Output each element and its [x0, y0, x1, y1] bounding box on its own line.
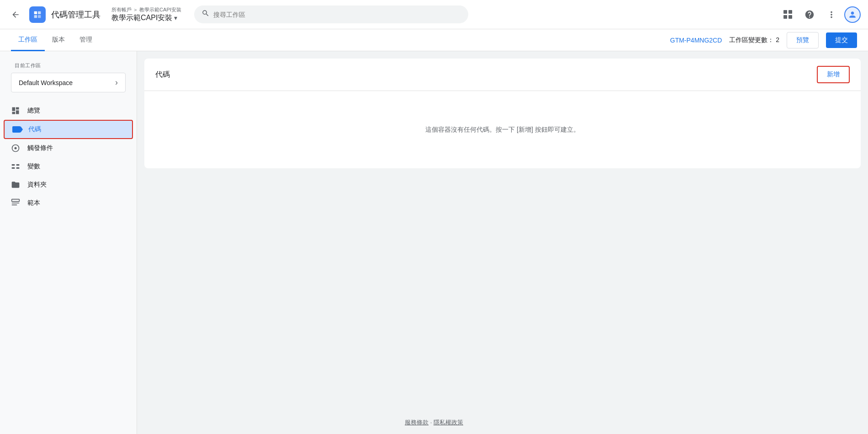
current-workspace-label: 目前工作區 [7, 62, 129, 73]
preview-button[interactable]: 預覽 [787, 32, 819, 48]
svg-rect-2 [34, 15, 37, 17]
tab-versions[interactable]: 版本 [45, 29, 72, 51]
workspace-changes: 工作區變更數： 2 [729, 36, 779, 44]
svg-rect-11 [12, 203, 20, 204]
breadcrumb-main-text: 教學示範CAPI安裝 [111, 13, 172, 23]
workspace-changes-label: 工作區變更數： [729, 36, 774, 43]
tab-admin[interactable]: 管理 [72, 29, 100, 51]
variables-icon [11, 162, 20, 171]
search-input[interactable] [213, 11, 461, 18]
terms-link[interactable]: 服務條款 [405, 419, 429, 426]
app-title: 代碼管理工具 [51, 9, 101, 20]
svg-rect-6 [12, 164, 15, 166]
search-bar [194, 5, 468, 23]
tab-admin-label: 管理 [79, 36, 92, 44]
tab-workspace[interactable]: 工作區 [11, 29, 45, 51]
content-section-title: 代碼 [155, 70, 170, 80]
svg-rect-1 [38, 11, 41, 14]
trigger-icon [11, 144, 20, 153]
tab-versions-label: 版本 [52, 36, 65, 44]
tag-icon [12, 126, 21, 133]
grid-menu-button[interactable] [778, 5, 797, 24]
overview-icon [11, 106, 20, 115]
sidebar-item-folders-label: 資料夾 [27, 181, 47, 189]
sidebar-item-templates[interactable]: 範本 [4, 194, 133, 212]
top-header: 代碼管理工具 所有帳戶 ＞ 教學示範CAPI安裝 教學示範CAPI安裝 ▾ [0, 0, 868, 29]
submit-button[interactable]: 提交 [826, 32, 857, 48]
more-menu-button[interactable] [822, 5, 841, 24]
app-logo [29, 6, 46, 23]
nav-right: GTM-P4MNG2CD 工作區變更數： 2 預覽 提交 [670, 32, 857, 48]
breadcrumb-dropdown-icon: ▾ [174, 14, 177, 21]
folder-icon [11, 180, 20, 189]
sidebar-item-templates-label: 範本 [27, 199, 40, 207]
container-id[interactable]: GTM-P4MNG2CD [670, 37, 722, 44]
header-actions [778, 5, 861, 24]
tab-workspace-label: 工作區 [18, 36, 37, 44]
grid-icon [783, 9, 793, 20]
new-button[interactable]: 新增 [817, 66, 850, 83]
workspace-selector[interactable]: Default Workspace › [11, 73, 126, 92]
svg-rect-3 [38, 15, 41, 17]
svg-rect-10 [12, 199, 20, 202]
content-card-header: 代碼 新增 [144, 59, 861, 91]
footer: 服務條款 · 隱私權政策 [0, 411, 868, 434]
sidebar-item-triggers-label: 觸發條件 [27, 144, 53, 152]
breadcrumb-main[interactable]: 教學示範CAPI安裝 ▾ [111, 13, 181, 23]
breadcrumb-top: 所有帳戶 ＞ 教學示範CAPI安裝 [111, 6, 181, 13]
svg-rect-7 [12, 167, 15, 169]
footer-separator: · [430, 419, 432, 426]
secondary-nav: 工作區 版本 管理 GTM-P4MNG2CD 工作區變更數： 2 預覽 提交 [0, 29, 868, 51]
user-avatar[interactable] [844, 6, 861, 23]
sidebar-item-overview-label: 總覽 [27, 107, 40, 115]
template-icon [11, 198, 20, 208]
svg-rect-9 [16, 167, 20, 169]
help-button[interactable] [800, 5, 819, 24]
workspace-name: Default Workspace [19, 79, 73, 86]
empty-message: 這個容器沒有任何代碼。按一下 [新增] 按鈕即可建立。 [425, 126, 580, 134]
svg-rect-12 [12, 204, 17, 205]
search-icon [201, 9, 210, 20]
sidebar-item-variables[interactable]: 變數 [4, 157, 133, 176]
sidebar-item-folders[interactable]: 資料夾 [4, 176, 133, 194]
sidebar-item-triggers[interactable]: 觸發條件 [4, 139, 133, 157]
workspace-chevron-icon: › [115, 78, 118, 87]
sidebar-item-tags-label: 代碼 [28, 125, 41, 134]
back-button[interactable] [7, 6, 24, 23]
sidebar-item-overview[interactable]: 總覽 [4, 102, 133, 120]
main-layout: 目前工作區 Default Workspace › 總覽 代碼 [0, 51, 868, 434]
sidebar-item-variables-label: 變數 [27, 162, 40, 171]
sidebar: 目前工作區 Default Workspace › 總覽 代碼 [0, 51, 137, 434]
sidebar-item-tags[interactable]: 代碼 [4, 120, 133, 139]
breadcrumb-area: 所有帳戶 ＞ 教學示範CAPI安裝 教學示範CAPI安裝 ▾ [111, 6, 181, 23]
content-card: 代碼 新增 這個容器沒有任何代碼。按一下 [新增] 按鈕即可建立。 [144, 59, 861, 168]
content-area: 代碼 新增 這個容器沒有任何代碼。按一下 [新增] 按鈕即可建立。 [137, 51, 868, 434]
content-card-body: 這個容器沒有任何代碼。按一下 [新增] 按鈕即可建立。 [144, 91, 861, 168]
workspace-changes-count: 2 [776, 36, 779, 43]
svg-rect-0 [34, 11, 37, 14]
privacy-link[interactable]: 隱私權政策 [434, 419, 463, 426]
svg-point-5 [15, 147, 17, 150]
svg-rect-8 [16, 164, 20, 166]
